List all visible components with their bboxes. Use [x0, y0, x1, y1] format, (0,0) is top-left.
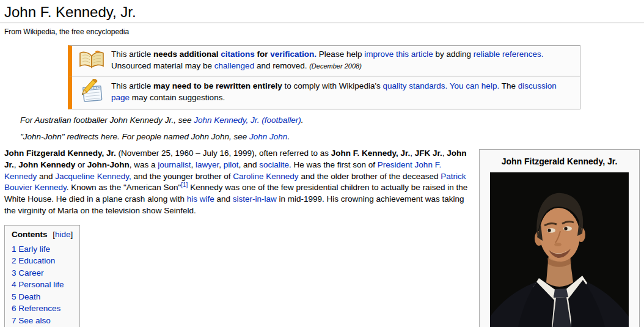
- toc-item[interactable]: 4 Personal life: [12, 280, 64, 289]
- infobox: John Fitzgerald Kennedy, Jr.: [479, 149, 640, 327]
- text-segment: ,: [219, 160, 224, 169]
- wiki-link[interactable]: John John: [249, 132, 287, 141]
- text-segment: John F. Kennedy, Jr.: [331, 149, 411, 158]
- text-segment: may contain suggestions.: [130, 93, 225, 102]
- rewrite-notice: This article may need to be rewritten en…: [68, 76, 580, 109]
- wiki-link[interactable]: his wife: [187, 194, 214, 204]
- wiki-link[interactable]: John Kennedy, Jr. (footballer): [194, 116, 301, 125]
- text-segment: and removed.: [254, 61, 309, 70]
- hatnote-footballer: For Australian footballer John Kennedy J…: [20, 115, 644, 126]
- toc-list-item: 1 Early life: [12, 243, 73, 255]
- toc-hide-link[interactable]: hide: [55, 230, 71, 239]
- text-segment: or: [75, 160, 87, 169]
- text-segment: ,: [410, 149, 415, 158]
- wiki-link[interactable]: quality standards.: [382, 81, 447, 90]
- text-segment: and the older brother of the deceased: [299, 172, 441, 181]
- text-segment: For Australian footballer John Kennedy J…: [20, 116, 194, 125]
- wiki-link[interactable]: pilot: [224, 160, 239, 169]
- toc-item[interactable]: 7 See also: [12, 316, 51, 325]
- text-segment: for: [255, 50, 271, 59]
- text-segment: The: [499, 81, 518, 90]
- toc-item[interactable]: 3 Career: [12, 268, 44, 277]
- text-segment: JFK Jr.: [415, 149, 442, 158]
- toc-list-item: 5 Death: [12, 291, 73, 303]
- text-segment: Please help: [317, 50, 364, 59]
- text-segment: .: [301, 116, 304, 125]
- page-title: John F. Kennedy, Jr.: [0, 0, 644, 23]
- text-segment: ,: [191, 160, 196, 169]
- wiki-link[interactable]: sister-in-law: [233, 194, 277, 204]
- wiki-link[interactable]: Caroline Kennedy: [233, 172, 298, 181]
- wikipedia-article-page: John F. Kennedy, Jr. From Wikipedia, the…: [0, 0, 644, 327]
- table-of-contents: Contents [hide] 1 Early life2 Education3…: [4, 225, 80, 327]
- text-segment: .: [287, 132, 290, 141]
- text-segment: and: [37, 172, 55, 181]
- text-segment: (November 25, 1960 – July 16, 1999), oft…: [116, 149, 331, 158]
- toc-list-item: 2 Education: [12, 255, 73, 267]
- text-segment: and: [214, 194, 233, 204]
- wiki-link[interactable]: [1]: [181, 182, 188, 188]
- text-segment: John Kennedy: [18, 160, 75, 169]
- toc-item[interactable]: 2 Education: [12, 256, 55, 265]
- wiki-link[interactable]: citations: [221, 50, 255, 59]
- toc-header: Contents [hide]: [12, 230, 73, 239]
- article-body: John Fitzgerald Kennedy, Jr.: [4, 148, 640, 327]
- toc-toggle: [hide]: [53, 230, 73, 239]
- toc-title: Contents: [12, 230, 48, 239]
- wiki-link[interactable]: You can help.: [450, 81, 499, 90]
- portrait-photo[interactable]: [485, 172, 634, 327]
- text-segment: , was a: [130, 160, 158, 169]
- wiki-link[interactable]: verification.: [270, 50, 317, 59]
- toc-list-item: 4 Personal life: [12, 279, 73, 291]
- text-segment: John Fitzgerald Kennedy, Jr.: [4, 149, 116, 158]
- toc-item[interactable]: 5 Death: [12, 292, 40, 301]
- rewrite-notice-text: This article may need to be rewritten en…: [111, 81, 574, 104]
- wiki-link[interactable]: challenged: [214, 61, 254, 70]
- wiki-link[interactable]: reliable references.: [474, 50, 544, 59]
- toc-list: 1 Early life2 Education3 Career4 Persona…: [12, 243, 73, 327]
- toc-bracket: ]: [71, 230, 73, 239]
- toc-item[interactable]: 6 References: [12, 304, 60, 313]
- toc-list-item: 3 Career: [12, 267, 73, 279]
- toc-item[interactable]: 1 Early life: [12, 244, 50, 254]
- site-subtitle: From Wikipedia, the free encyclopedia: [4, 28, 644, 36]
- text-segment: and the younger brother of: [131, 172, 233, 181]
- text-segment: John-John: [87, 160, 130, 169]
- text-segment: Unsourced material may be: [111, 61, 214, 70]
- text-segment: needs additional: [153, 50, 221, 59]
- notice-boxes: ? This article needs additional citation…: [68, 45, 580, 109]
- text-segment: , and: [238, 160, 259, 169]
- text-segment: (December 2008): [309, 62, 362, 70]
- text-segment: by adding: [433, 50, 474, 59]
- wiki-link[interactable]: socialite: [259, 160, 289, 169]
- infobox-title: John Fitzgerald Kennedy, Jr.: [485, 153, 634, 172]
- wiki-link[interactable]: lawyer: [196, 160, 219, 169]
- text-segment: This article: [111, 50, 153, 59]
- text-segment: . He was the first son of: [289, 160, 378, 169]
- wiki-link[interactable]: improve this article: [364, 50, 433, 59]
- question-book-icon: ?: [72, 48, 111, 73]
- wiki-link[interactable]: Jacqueline Kennedy,: [55, 172, 131, 181]
- text-segment: to comply with Wikipedia's: [282, 81, 383, 90]
- text-segment: This article: [111, 81, 153, 90]
- citations-notice-text: This article needs additional citations …: [111, 49, 574, 72]
- citations-needed-notice: ? This article needs additional citation…: [68, 45, 580, 76]
- text-segment: may need to be rewritten entirely: [153, 81, 282, 90]
- toc-list-item: 7 See also: [12, 315, 73, 327]
- wiki-link[interactable]: journalist: [158, 160, 191, 169]
- text-segment: "John-John" redirects here. For people n…: [20, 132, 249, 141]
- notepad-pencil-icon: [72, 79, 111, 106]
- toc-list-item: 6 References: [12, 303, 73, 315]
- text-segment: . Known as the "American Son": [67, 183, 181, 192]
- hatnote-redirect: "John-John" redirects here. For people n…: [20, 131, 644, 142]
